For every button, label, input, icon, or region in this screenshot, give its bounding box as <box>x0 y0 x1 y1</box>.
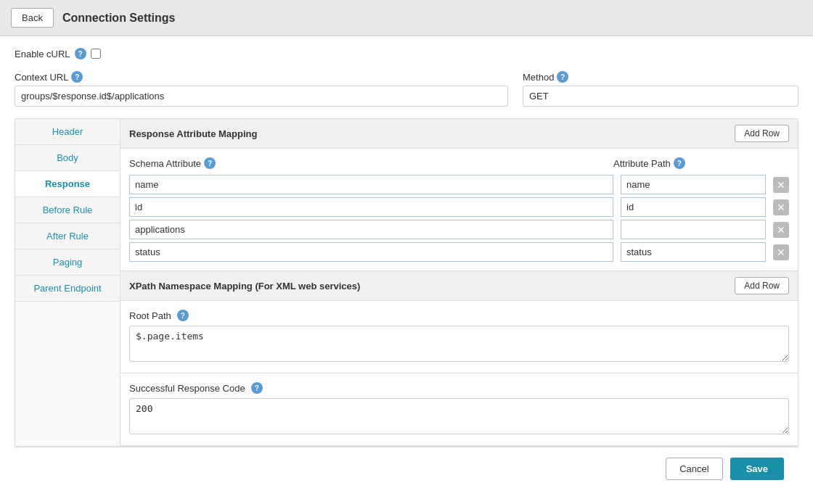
context-url-label: Context URL ? <box>15 71 508 83</box>
schema-input-4[interactable] <box>129 242 613 262</box>
method-help-icon[interactable]: ? <box>557 71 568 83</box>
body-area: Header Body Response Before Rule After R… <box>15 118 798 447</box>
enable-curl-row: Enable cURL ? <box>15 48 798 59</box>
context-url-help-icon[interactable]: ? <box>71 71 83 83</box>
sidebar-item-response[interactable]: Response <box>15 171 120 197</box>
main-content: Enable cURL ? Context URL ? Method ? Hea… <box>0 36 813 504</box>
delete-row-3-button[interactable]: ✕ <box>773 222 789 238</box>
delete-row-2-button[interactable]: ✕ <box>773 199 789 215</box>
table-row: ✕ <box>129 220 789 239</box>
success-code-help-icon[interactable]: ? <box>251 382 263 394</box>
attribute-path-header: Attribute Path ? <box>613 157 759 169</box>
root-path-help-icon[interactable]: ? <box>177 310 189 321</box>
success-code-textarea[interactable]: 200 <box>129 398 789 434</box>
table-row: ✕ <box>129 197 789 217</box>
table-row: ✕ <box>129 242 789 262</box>
schema-attribute-help-icon[interactable]: ? <box>204 157 216 169</box>
mapping-rows: ✕ ✕ ✕ ✕ <box>129 175 789 262</box>
enable-curl-label: Enable cURL <box>15 49 70 59</box>
path-input-1[interactable] <box>621 175 766 194</box>
xpath-mapping-title: XPath Namespace Mapping (For XML web ser… <box>129 281 360 292</box>
success-code-label: Successful Response Code ? <box>129 382 789 394</box>
response-mapping-header: Response Attribute Mapping Add Row <box>120 119 798 149</box>
sidebar-item-parent-endpoint[interactable]: Parent Endpoint <box>15 276 120 302</box>
sidebar-item-before-rule[interactable]: Before Rule <box>15 197 120 223</box>
root-path-textarea[interactable]: $.page.items <box>129 326 789 362</box>
response-mapping-add-row-button[interactable]: Add Row <box>735 125 789 142</box>
save-button[interactable]: Save <box>730 458 784 480</box>
method-group: Method ? <box>523 71 798 107</box>
context-url-group: Context URL ? <box>15 71 508 107</box>
sidebar-nav: Header Body Response Before Rule After R… <box>15 119 120 446</box>
schema-input-3[interactable] <box>129 220 613 239</box>
sidebar-item-body[interactable]: Body <box>15 145 120 171</box>
page-title: Connection Settings <box>62 12 176 25</box>
mapping-section: Schema Attribute ? Attribute Path ? ✕ <box>120 149 798 271</box>
enable-curl-help-icon[interactable]: ? <box>75 48 86 59</box>
path-input-2[interactable] <box>621 197 766 217</box>
mapping-column-headers: Schema Attribute ? Attribute Path ? <box>129 157 789 169</box>
sidebar-item-after-rule[interactable]: After Rule <box>15 223 120 249</box>
path-input-3[interactable] <box>621 220 766 239</box>
root-path-label: Root Path ? <box>129 310 789 321</box>
schema-input-1[interactable] <box>129 175 613 194</box>
table-row: ✕ <box>129 175 789 194</box>
response-mapping-title: Response Attribute Mapping <box>129 128 257 139</box>
context-url-input[interactable] <box>15 86 508 107</box>
method-input[interactable] <box>523 86 798 107</box>
top-bar: Back Connection Settings <box>0 0 813 36</box>
method-label: Method ? <box>523 71 798 83</box>
right-panel: Response Attribute Mapping Add Row Schem… <box>120 119 798 446</box>
attribute-path-help-icon[interactable]: ? <box>674 157 685 169</box>
root-path-section: Root Path ? $.page.items <box>120 301 798 373</box>
enable-curl-checkbox[interactable] <box>91 49 101 59</box>
xpath-mapping-header: XPath Namespace Mapping (For XML web ser… <box>120 271 798 301</box>
footer-buttons: Cancel Save <box>15 447 798 490</box>
schema-input-2[interactable] <box>129 197 613 217</box>
sidebar-item-paging[interactable]: Paging <box>15 249 120 276</box>
path-input-4[interactable] <box>621 242 766 262</box>
delete-row-4-button[interactable]: ✕ <box>773 244 789 260</box>
schema-attribute-header: Schema Attribute ? <box>129 157 606 169</box>
xpath-mapping-add-row-button[interactable]: Add Row <box>735 277 789 294</box>
delete-row-1-button[interactable]: ✕ <box>773 177 789 193</box>
cancel-button[interactable]: Cancel <box>666 458 722 480</box>
sidebar-item-header[interactable]: Header <box>15 119 120 145</box>
back-button[interactable]: Back <box>11 8 54 28</box>
url-method-row: Context URL ? Method ? <box>15 71 798 107</box>
success-code-section: Successful Response Code ? 200 <box>120 373 798 446</box>
